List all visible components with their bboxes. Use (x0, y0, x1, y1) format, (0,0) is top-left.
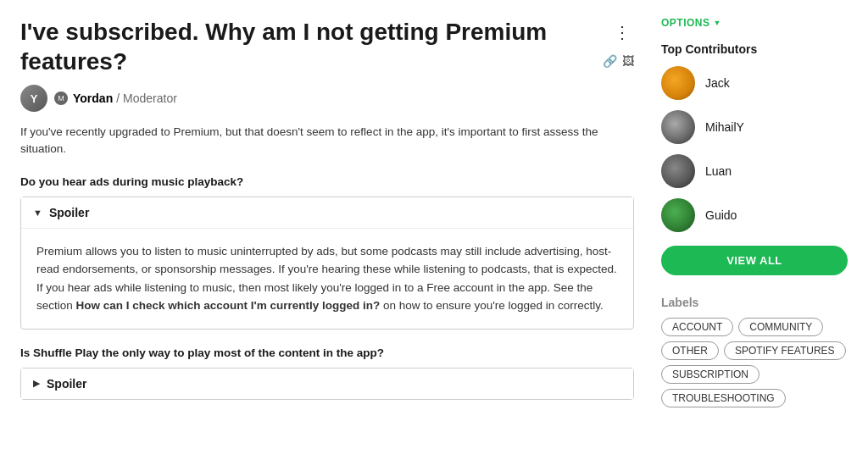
contributor-name-luan: Luan (705, 164, 732, 178)
label-other[interactable]: OTHER (661, 341, 719, 360)
options-link[interactable]: OPTIONS (661, 17, 848, 29)
spoiler-arrow-1: ▼ (33, 208, 42, 218)
contributor-item-luan[interactable]: Luan (661, 154, 848, 188)
spoiler-arrow-2: ▶ (33, 378, 40, 389)
sidebar: OPTIONS Top Contributors Jack MihailY Lu… (661, 17, 848, 417)
image-icon[interactable]: 🖼 (622, 54, 634, 68)
article-header: I've subscribed. Why am I not getting Pr… (20, 17, 634, 76)
label-troubleshooting[interactable]: TROUBLESHOOTING (661, 389, 786, 407)
contributor-avatar-mihaily (661, 110, 695, 144)
label-account[interactable]: ACCOUNT (661, 318, 733, 336)
spoiler-header-2[interactable]: ▶ Spoiler (21, 368, 633, 399)
contributor-name-jack: Jack (705, 76, 730, 90)
article-title: I've subscribed. Why am I not getting Pr… (20, 17, 596, 76)
contributor-avatar-luan (661, 154, 695, 188)
author-role-text: Moderator (123, 91, 177, 105)
main-content: I've subscribed. Why am I not getting Pr… (20, 17, 634, 417)
contributor-name-guido: Guido (705, 208, 737, 222)
contributor-item-jack[interactable]: Jack (661, 66, 848, 100)
section-2: Is Shuffle Play the only way to play mos… (20, 346, 634, 400)
contributor-name-mihaily: MihailY (705, 120, 744, 134)
contributor-item-mihaily[interactable]: MihailY (661, 110, 848, 144)
author-avatar: Y (20, 85, 47, 112)
section-2-question: Is Shuffle Play the only way to play mos… (20, 346, 634, 359)
label-subscription[interactable]: SUBSCRIPTION (661, 365, 760, 384)
contributor-item-guido[interactable]: Guido (661, 198, 848, 232)
contributor-avatar-jack (661, 66, 695, 100)
section-1: Do you hear ads during music playback? ▼… (20, 175, 634, 330)
page-layout: I've subscribed. Why am I not getting Pr… (0, 0, 868, 434)
spoiler-label-2: Spoiler (47, 377, 86, 391)
spoiler-header-1[interactable]: ▼ Spoiler (21, 197, 633, 228)
spoiler-label-1: Spoiler (49, 206, 89, 219)
label-community[interactable]: COMMUNITY (738, 318, 823, 336)
contributor-avatar-guido (661, 198, 695, 232)
view-all-button[interactable]: VIEW ALL (661, 246, 848, 275)
spoiler-content-1: Premium allows you to listen to music un… (21, 228, 633, 329)
author-role: / (116, 91, 120, 105)
author-row: Y M Yordan / Moderator (20, 85, 634, 112)
top-contributors-title: Top Contributors (661, 42, 848, 56)
spoiler-box-2: ▶ Spoiler (20, 368, 634, 400)
label-spotify-features[interactable]: SPOTIFY FEATURES (724, 341, 846, 360)
section-1-question: Do you hear ads during music playback? (20, 175, 634, 188)
spoiler-box-1: ▼ Spoiler Premium allows you to listen t… (20, 197, 634, 330)
more-options-button[interactable]: ⋮ (610, 20, 634, 44)
link-icon[interactable]: 🔗 (603, 54, 617, 68)
moderator-icon: M (54, 91, 68, 105)
author-name[interactable]: Yordan (73, 91, 113, 105)
contributor-list: Jack MihailY Luan Guido (661, 66, 848, 232)
title-icons: 🔗 🖼 (603, 54, 634, 68)
labels-title: Labels (661, 296, 848, 309)
bold-phrase: How can I check which account I'm curren… (76, 299, 381, 312)
labels-grid: ACCOUNT COMMUNITY OTHER SPOTIFY FEATURES… (661, 318, 848, 407)
intro-text: If you've recently upgraded to Premium, … (20, 124, 634, 158)
